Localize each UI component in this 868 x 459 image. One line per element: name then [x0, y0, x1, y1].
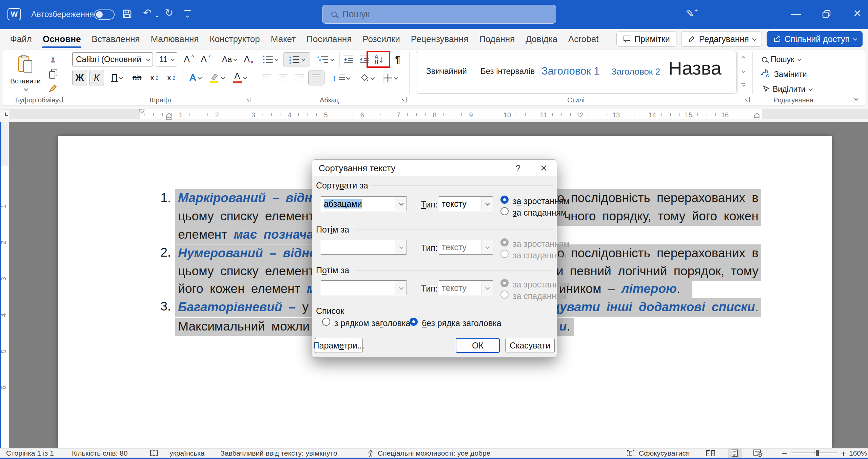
tab-file[interactable]: Файл	[5, 29, 37, 49]
replace-button[interactable]: b c Замінити	[762, 70, 807, 79]
style-title[interactable]: Назва	[668, 57, 722, 79]
line-spacing-button[interactable]: ↕	[331, 71, 351, 85]
no-header-row-label[interactable]: без рядка заголовка	[422, 318, 501, 328]
web-layout-button[interactable]	[753, 450, 762, 457]
zoom-level[interactable]: 160%	[849, 449, 867, 457]
tab-help[interactable]: Довідка	[520, 29, 563, 49]
focus-mode[interactable]: Сфокусуватися	[639, 449, 690, 457]
styles-dialog-launcher[interactable]	[744, 97, 750, 102]
dialog-help-button[interactable]: ?	[511, 162, 525, 174]
redo-button[interactable]: ↻	[165, 7, 173, 19]
print-layout-button[interactable]	[728, 448, 742, 458]
copy-button[interactable]	[46, 68, 60, 80]
font-name-combo[interactable]: Calibri (Основний те	[72, 52, 153, 66]
paste-button[interactable]: Вставити	[8, 52, 42, 94]
quick-access-chevron[interactable]	[186, 13, 188, 19]
save-button[interactable]	[122, 9, 132, 19]
zoom-slider-thumb[interactable]	[816, 450, 819, 456]
decrease-indent-button[interactable]	[341, 52, 356, 66]
style-normal[interactable]: Звичайний	[426, 66, 467, 76]
quick-access-customize[interactable]	[184, 10, 191, 11]
word-count[interactable]: Кількість слів: 80	[72, 449, 127, 457]
tab-references[interactable]: Посилання	[301, 29, 357, 49]
align-left-button[interactable]	[259, 71, 274, 85]
style-heading2[interactable]: Заголовок 2	[611, 66, 660, 77]
zoom-slider-track[interactable]	[791, 453, 837, 453]
change-case-button[interactable]: Aa	[219, 52, 239, 66]
find-button[interactable]: Пошук	[762, 55, 801, 64]
highlight-color-button[interactable]	[206, 70, 227, 85]
descending-label-1[interactable]: за спаданням	[513, 208, 567, 218]
justify-button[interactable]	[308, 71, 324, 85]
increase-indent-button[interactable]	[357, 52, 371, 66]
tab-home[interactable]: Основне	[37, 29, 86, 49]
minimize-button[interactable]: —	[791, 8, 801, 20]
share-button[interactable]: Спільний доступ	[767, 31, 863, 47]
collapse-ribbon-button[interactable]	[849, 94, 862, 104]
text-effects-button[interactable]: A	[185, 70, 204, 85]
styles-gallery-expand[interactable]	[739, 80, 747, 90]
styles-scroll-up[interactable]	[739, 53, 747, 63]
font-dialog-launcher[interactable]	[246, 97, 251, 102]
italic-button[interactable]: К	[89, 70, 104, 85]
proofing-icon[interactable]	[150, 450, 158, 457]
align-right-button[interactable]	[292, 71, 307, 85]
bullets-button[interactable]	[259, 52, 280, 66]
clipboard-dialog-launcher[interactable]	[57, 97, 63, 102]
descending-radio-1[interactable]	[500, 207, 509, 215]
no-header-row-radio[interactable]	[410, 318, 418, 326]
subscript-button[interactable]: x2	[147, 70, 162, 85]
tab-layout[interactable]: Макет	[265, 29, 301, 49]
font-size-combo[interactable]: 11	[156, 52, 177, 66]
shrink-font-button[interactable]: A˅	[198, 52, 213, 66]
align-center-button[interactable]	[276, 71, 291, 85]
comments-button[interactable]: Примітки	[616, 31, 676, 47]
options-button[interactable]: Параметри...	[315, 338, 363, 353]
sort-button[interactable]: АЯ ↓	[370, 52, 388, 66]
cancel-button[interactable]: Скасувати	[505, 338, 555, 353]
ink-copilot-icon[interactable]: ✎✦	[686, 7, 698, 19]
shading-button[interactable]	[356, 71, 377, 85]
cut-button[interactable]: ✂	[46, 54, 60, 66]
ok-button[interactable]: ОК	[456, 338, 500, 353]
first-line-indent-marker[interactable]	[138, 109, 145, 114]
search-input[interactable]: Пошук	[322, 5, 556, 24]
superscript-button[interactable]: x2	[164, 70, 179, 85]
tab-insert[interactable]: Вставлення	[86, 29, 145, 49]
editing-mode-button[interactable]: Редагування	[681, 31, 762, 47]
tab-view[interactable]: Подання	[474, 29, 520, 49]
undo-button[interactable]: ↶	[143, 7, 152, 19]
multilevel-list-button[interactable]: 1ai	[313, 52, 337, 66]
format-painter-button[interactable]	[46, 82, 60, 94]
tab-draw[interactable]: Малювання	[145, 29, 204, 49]
dialog-close-button[interactable]: ✕	[536, 162, 551, 174]
restore-button[interactable]	[822, 9, 831, 19]
tab-acrobat[interactable]: Acrobat	[563, 29, 604, 49]
underline-button[interactable]: П	[107, 70, 126, 85]
grow-font-button[interactable]: A˄	[181, 52, 196, 66]
type-combo-1[interactable]: тексту	[439, 196, 493, 211]
header-row-radio[interactable]	[322, 318, 330, 326]
select-button[interactable]: Виділити	[762, 85, 812, 94]
sort-by-combo[interactable]: абзацами	[321, 196, 407, 211]
style-no-spacing[interactable]: Без інтервалів	[480, 66, 535, 76]
ascending-label-1[interactable]: за зростанням	[513, 196, 570, 206]
undo-dropdown[interactable]	[155, 13, 158, 19]
ascending-radio-1[interactable]	[500, 196, 509, 204]
font-color-button[interactable]: A	[230, 70, 249, 85]
paragraph-dialog-launcher[interactable]	[401, 97, 407, 102]
borders-button[interactable]	[379, 71, 400, 85]
language-indicator[interactable]: українська	[170, 449, 204, 457]
header-row-label[interactable]: з рядком заголовка	[334, 318, 410, 328]
bold-button[interactable]: Ж	[72, 70, 87, 85]
style-heading1[interactable]: Заголовок 1	[541, 65, 600, 77]
numbering-button[interactable]: 123	[283, 52, 310, 66]
styles-scroll-down[interactable]	[739, 66, 747, 77]
tab-mailings[interactable]: Розсилки	[357, 29, 406, 49]
read-mode-button[interactable]	[706, 450, 715, 457]
right-indent-marker[interactable]	[753, 113, 760, 118]
tab-review[interactable]: Рецензування	[406, 29, 474, 49]
text-prediction[interactable]: Завбачливий ввід тексту: увімкнуто	[220, 449, 337, 457]
autosave-toggle[interactable]	[94, 9, 115, 20]
page-indicator[interactable]: Сторінка 1 із 1	[6, 449, 54, 457]
